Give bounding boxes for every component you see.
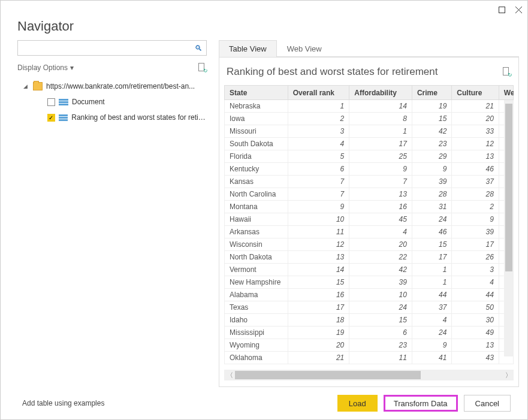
transform-data-button[interactable]: Transform Data	[384, 395, 458, 412]
cell-affordability: 24	[349, 301, 412, 314]
table-row[interactable]: North Dakota13221726	[225, 251, 514, 264]
horizontal-scrollbar[interactable]: 〈 〉	[224, 370, 514, 380]
cell-culture: 13	[452, 339, 499, 352]
source-tree: ◢ https://www.bankrate.com/retirement/be…	[17, 78, 207, 125]
table-row[interactable]: Iowa281520	[225, 113, 514, 125]
table-row[interactable]: Missouri314233	[225, 125, 514, 138]
cell-rank: 6	[288, 163, 349, 176]
table-row[interactable]: North Carolina7132828	[225, 188, 514, 201]
col-overall-rank[interactable]: Overall rank	[288, 86, 349, 100]
cell-rank: 17	[288, 301, 349, 314]
load-button[interactable]: Load	[337, 395, 378, 412]
data-table-wrap: State Overall rank Affordability Crime C…	[224, 85, 514, 367]
display-options-dropdown[interactable]: Display Options ▾	[17, 64, 74, 72]
table-row[interactable]: Oklahoma21114143	[225, 352, 514, 364]
table-row[interactable]: Texas17243750	[225, 301, 514, 314]
cell-state: New Hampshire	[225, 276, 288, 289]
collapse-icon: ◢	[23, 83, 29, 89]
tab-table-view[interactable]: Table View	[219, 40, 277, 57]
titlebar	[1, 1, 527, 19]
cancel-button[interactable]: Cancel	[464, 395, 511, 412]
table-row[interactable]: Kentucky69946	[225, 163, 514, 176]
refresh-icon[interactable]	[198, 63, 207, 72]
table-row[interactable]: South Dakota4172312	[225, 138, 514, 150]
tab-web-view[interactable]: Web View	[277, 40, 332, 57]
right-panel: Table View Web View Ranking of best and …	[213, 40, 519, 387]
tree-root[interactable]: ◢ https://www.bankrate.com/retirement/be…	[17, 78, 207, 94]
cell-culture: 9	[452, 213, 499, 226]
display-options-label: Display Options	[17, 64, 68, 72]
table-row[interactable]: Idaho1815430	[225, 314, 514, 327]
table-row[interactable]: Arkansas1144639	[225, 226, 514, 238]
table-row[interactable]: Florida5252913	[225, 150, 514, 163]
cell-state: Kentucky	[225, 163, 288, 176]
col-culture[interactable]: Culture	[452, 86, 499, 100]
data-table: State Overall rank Affordability Crime C…	[224, 85, 514, 364]
refresh-preview-icon[interactable]	[503, 67, 511, 77]
tree-item-document[interactable]: Document	[17, 94, 207, 110]
search-input[interactable]	[22, 44, 195, 52]
cell-affordability: 14	[349, 100, 412, 113]
cell-culture: 20	[452, 113, 499, 125]
cell-culture: 21	[452, 100, 499, 113]
col-crime[interactable]: Crime	[412, 86, 451, 100]
cell-crime: 23	[412, 138, 451, 150]
cell-rank: 2	[288, 113, 349, 125]
cell-state: Oklahoma	[225, 352, 288, 364]
table-row[interactable]: New Hampshire153914	[225, 276, 514, 289]
table-row[interactable]: Kansas773937	[225, 176, 514, 188]
table-row[interactable]: Wyoming2023913	[225, 339, 514, 352]
scroll-right-icon[interactable]: 〉	[503, 371, 514, 380]
col-state[interactable]: State	[225, 86, 288, 100]
checkbox-checked[interactable]: ✓	[47, 114, 55, 122]
cell-rank: 9	[288, 201, 349, 213]
cell-affordability: 42	[349, 264, 412, 276]
cell-affordability: 20	[349, 238, 412, 251]
cell-rank: 15	[288, 276, 349, 289]
cell-culture: 46	[452, 163, 499, 176]
cell-crime: 4	[412, 314, 451, 327]
cell-affordability: 13	[349, 188, 412, 201]
svg-rect-0	[499, 7, 505, 13]
scroll-left-icon[interactable]: 〈	[224, 371, 235, 380]
table-row[interactable]: Montana916312	[225, 201, 514, 213]
cell-state: Nebraska	[225, 100, 288, 113]
cell-rank: 19	[288, 327, 349, 339]
cell-crime: 28	[412, 188, 451, 201]
add-table-examples-button[interactable]: Add table using examples	[17, 395, 109, 411]
cell-rank: 20	[288, 339, 349, 352]
cell-culture: 17	[452, 238, 499, 251]
cell-affordability: 45	[349, 213, 412, 226]
cell-rank: 13	[288, 251, 349, 264]
cell-crime: 44	[412, 289, 451, 301]
cell-crime: 31	[412, 201, 451, 213]
table-row[interactable]: Nebraska1141921	[225, 100, 514, 113]
col-affordability[interactable]: Affordability	[349, 86, 412, 100]
navigator-dialog: Navigator 🔍︎ Display Options ▾ ◢ https:/…	[0, 0, 528, 420]
tree-item-ranking[interactable]: ✓ Ranking of best and worst states for r…	[17, 110, 207, 125]
cell-rank: 16	[288, 289, 349, 301]
cell-state: North Dakota	[225, 251, 288, 264]
cell-crime: 29	[412, 150, 451, 163]
cell-state: Kansas	[225, 176, 288, 188]
cell-rank: 1	[288, 100, 349, 113]
table-row[interactable]: Hawaii1045249	[225, 213, 514, 226]
table-row[interactable]: Wisconsin12201517	[225, 238, 514, 251]
table-row[interactable]: Alabama16104444	[225, 289, 514, 301]
cell-crime: 39	[412, 176, 451, 188]
close-icon[interactable]	[514, 5, 523, 14]
cell-culture: 2	[452, 201, 499, 213]
cell-state: Hawaii	[225, 213, 288, 226]
col-weather-partial[interactable]: We	[499, 86, 513, 100]
maximize-icon[interactable]	[497, 5, 506, 14]
footer: Add table using examples Load Transform …	[1, 387, 527, 419]
cell-rank: 21	[288, 352, 349, 364]
cell-culture: 28	[452, 188, 499, 201]
cell-state: Texas	[225, 301, 288, 314]
checkbox-unchecked[interactable]	[47, 98, 55, 106]
search-box[interactable]: 🔍︎	[17, 40, 207, 56]
table-row[interactable]: Vermont144213	[225, 264, 514, 276]
vertical-scrollbar[interactable]	[504, 100, 514, 356]
view-tabs: Table View Web View	[219, 40, 519, 57]
table-row[interactable]: Mississippi1962449	[225, 327, 514, 339]
